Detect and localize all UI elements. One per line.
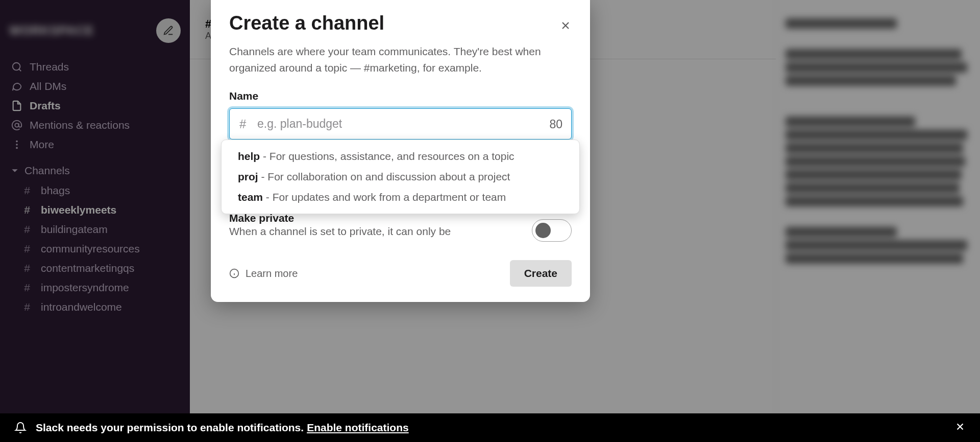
nav-threads[interactable]: Threads — [0, 57, 190, 77]
hash-icon: # — [22, 204, 32, 216]
notification-close-button[interactable] — [954, 421, 966, 435]
learn-more-link[interactable]: Learn more — [229, 268, 298, 280]
suggestion-item[interactable]: help - For questions, assistance, and re… — [222, 146, 579, 167]
channel-name: contentmarketingqs — [41, 262, 134, 274]
nav-label: Threads — [30, 61, 69, 73]
suggestion-key: team — [238, 191, 263, 203]
info-icon — [229, 268, 239, 278]
create-button[interactable]: Create — [510, 260, 572, 287]
modal-title: Create a channel — [229, 12, 572, 34]
workspace-switcher[interactable]: WORKSPACE — [0, 14, 190, 57]
channels-section-label: Channels — [24, 165, 70, 177]
suggestion-item[interactable]: proj - For collaboration on and discussi… — [222, 167, 579, 187]
close-icon — [954, 421, 966, 432]
nav-mentions[interactable]: Mentions & reactions — [0, 115, 190, 135]
channel-name: biweeklymeets — [41, 204, 116, 216]
make-private-textcol: Make private When a channel is set to pr… — [229, 212, 451, 238]
modal-footer: Learn more Create — [229, 260, 572, 287]
channel-name: impostersyndrome — [41, 282, 129, 294]
channel-item[interactable]: #biweeklymeets — [0, 200, 190, 220]
channel-name: buildingateam — [41, 223, 108, 236]
learn-more-label: Learn more — [246, 268, 298, 280]
app-root: WORKSPACE Threads All DMs Drafts Mention… — [0, 0, 980, 442]
nav-more[interactable]: More — [0, 135, 190, 154]
workspace-name: WORKSPACE — [9, 24, 156, 38]
compose-icon — [163, 25, 174, 36]
suggestion-desc: - For collaboration on and discussion ab… — [258, 171, 510, 182]
mentions-icon — [11, 120, 22, 131]
suggestion-key: help — [238, 150, 260, 162]
hash-icon: # — [22, 301, 32, 313]
suggestion-key: proj — [238, 171, 258, 182]
dms-icon — [11, 81, 22, 92]
more-icon — [11, 139, 22, 150]
svg-point-4 — [16, 147, 18, 149]
channel-name: introandwelcome — [41, 301, 122, 313]
toggle-knob — [535, 223, 551, 238]
channel-item[interactable]: #communityresources — [0, 239, 190, 259]
channel-name-input[interactable] — [229, 108, 572, 139]
channel-item[interactable]: #bhags — [0, 181, 190, 200]
hash-icon: # — [22, 223, 32, 236]
channel-item[interactable]: #introandwelcome — [0, 297, 190, 317]
threads-icon — [11, 61, 22, 73]
right-details-panel — [776, 0, 980, 442]
bell-icon — [14, 422, 27, 434]
modal-description: Channels are where your team communicate… — [229, 43, 572, 76]
compose-button[interactable] — [156, 18, 181, 43]
channel-name: bhags — [41, 184, 70, 197]
nav-label: Drafts — [30, 100, 61, 112]
nav-label: Mentions & reactions — [30, 119, 130, 131]
name-suggestions-dropdown: help - For questions, assistance, and re… — [221, 139, 580, 214]
channels-section-header[interactable]: Channels — [0, 154, 190, 181]
name-field-label: Name — [229, 90, 572, 102]
workspace-sidebar: WORKSPACE Threads All DMs Drafts Mention… — [0, 0, 190, 442]
hash-icon: # — [22, 282, 32, 294]
close-button[interactable] — [559, 19, 572, 34]
hash-icon: # — [22, 184, 32, 197]
notification-text: Slack needs your permission to enable no… — [36, 422, 304, 434]
hash-icon: # — [22, 243, 32, 255]
hash-icon: # — [22, 262, 32, 274]
make-private-toggle[interactable] — [532, 219, 572, 242]
channel-item[interactable]: #contentmarketingqs — [0, 259, 190, 278]
make-private-sub: When a channel is set to private, it can… — [229, 225, 451, 238]
drafts-icon — [11, 100, 22, 111]
make-private-row: Make private When a channel is set to pr… — [229, 212, 572, 242]
channel-item[interactable]: #impostersyndrome — [0, 278, 190, 297]
suggestion-desc: - For updates and work from a department… — [263, 191, 506, 203]
svg-point-3 — [16, 144, 18, 146]
nav-label: More — [30, 138, 54, 151]
notification-bar: Slack needs your permission to enable no… — [0, 413, 980, 442]
nav-drafts[interactable]: Drafts — [0, 96, 190, 115]
channel-list: #bhags#biweeklymeets#buildingateam#commu… — [0, 181, 190, 317]
char-count: 80 — [549, 117, 562, 131]
suggestion-item[interactable]: team - For updates and work from a depar… — [222, 187, 579, 207]
svg-point-1 — [15, 123, 18, 127]
nav-label: All DMs — [30, 80, 66, 92]
enable-notifications-link[interactable]: Enable notifications — [307, 422, 409, 434]
name-input-wrapper: # 80 help - For questions, assistance, a… — [229, 108, 572, 139]
channel-name: communityresources — [41, 243, 140, 255]
nav-all-dms[interactable]: All DMs — [0, 77, 190, 96]
close-icon — [559, 19, 572, 32]
create-channel-modal: Create a channel Channels are where your… — [211, 0, 590, 302]
nav-list: Threads All DMs Drafts Mentions & reacti… — [0, 57, 190, 154]
channel-item[interactable]: #buildingateam — [0, 220, 190, 239]
hash-icon: # — [239, 117, 246, 131]
caret-down-icon — [11, 167, 18, 174]
svg-point-2 — [16, 141, 18, 143]
suggestion-desc: - For questions, assistance, and resourc… — [260, 150, 514, 162]
